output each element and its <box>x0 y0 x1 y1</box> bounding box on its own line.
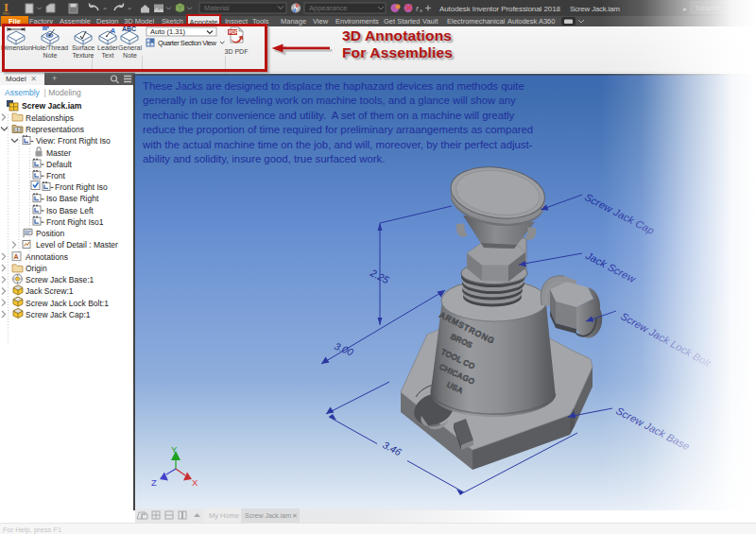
svg-text:Z: Z <box>151 477 157 488</box>
svg-text:X: X <box>192 477 198 488</box>
svg-text:Screw Jack Cap: Screw Jack Cap <box>583 191 656 236</box>
svg-text:Y: Y <box>171 444 178 455</box>
svg-text:Screw Jack Base: Screw Jack Base <box>614 405 692 452</box>
svg-text:3.46: 3.46 <box>381 439 404 457</box>
svg-text:Jack Screw: Jack Screw <box>583 250 638 285</box>
svg-text:Screw Jack Lock Bolt: Screw Jack Lock Bolt <box>619 310 713 370</box>
